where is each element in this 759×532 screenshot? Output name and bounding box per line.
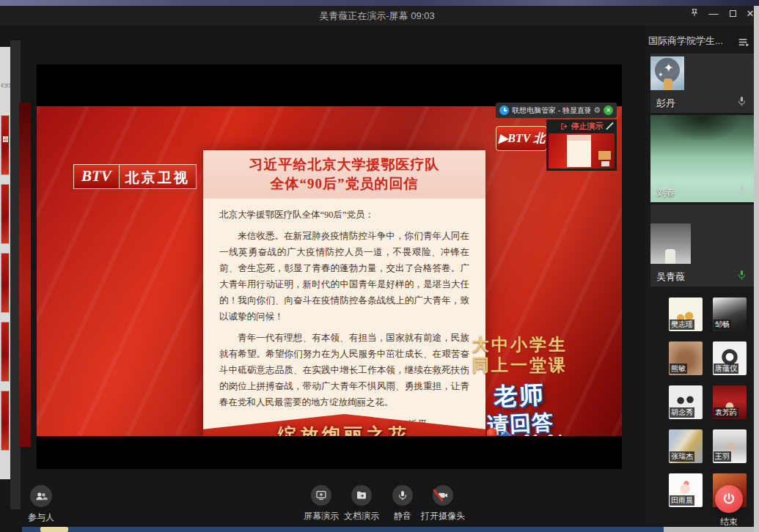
participant-name: 唐蕴仪: [714, 363, 738, 374]
end-meeting-button[interactable]: [715, 485, 743, 513]
maximize-icon: [730, 10, 736, 17]
participant-tile[interactable]: ✦ ✦ 彭丹: [650, 53, 754, 113]
participant-name-row: 刘春: [650, 185, 754, 202]
slide-thumbnail-text: 会: [3, 136, 8, 142]
presenter-preview-window: 停止演示: [546, 119, 617, 171]
slides-panel-sliver: 幻灯 会: [0, 47, 10, 479]
show-logo: 老师 请回答: [450, 376, 590, 436]
letter-salutation: 北京大学援鄂医疗队全体“90后”党员：: [219, 207, 469, 223]
sparkle-icon: ✦: [658, 71, 664, 78]
btv-abbr: BTV: [73, 164, 119, 189]
lenovo-manager-notification[interactable]: 联想电脑管家 - 独显直驱 ⚙ ✕: [496, 103, 617, 118]
letter-panel: 习近平给北京大学援鄂医疗队 全体“90后”党员的回信 北京大学援鄂医疗队全体“9…: [203, 150, 485, 436]
meeting-group-header[interactable]: 国际商学院学生...: [648, 34, 751, 49]
background-window-edge-top: [0, 0, 759, 6]
participant-tile[interactable]: 田雨晨: [669, 473, 703, 507]
mute-label: 静音: [382, 510, 423, 522]
participant-list-icon[interactable]: [738, 37, 749, 50]
participant-name: 张瑞杰: [670, 451, 694, 462]
background-window-edge-bottom-right: [664, 527, 754, 532]
slide-thumbnail: [1, 184, 10, 244]
mute-button[interactable]: 静音: [382, 485, 423, 522]
pin-icon[interactable]: [686, 7, 703, 21]
participant-tile[interactable]: 袁芳菂: [713, 385, 747, 419]
schedule-days: 周一周二: [456, 435, 497, 436]
presentation-stage: 幻灯 会 BTV 北京卫视 习近平给北京大学援鄂医疗队: [0, 26, 645, 532]
letter-title-block: 习近平给北京大学援鄂医疗队 全体“90后”党员的回信: [203, 150, 485, 199]
background-window-edge-right: [754, 6, 759, 532]
screen-share-icon: [311, 485, 331, 506]
background-window-edge-bottom: [22, 527, 664, 532]
participant-name: 刘春: [656, 186, 675, 199]
share-thumbnail-letter: [567, 135, 590, 167]
participant-tile[interactable]: 唐蕴仪: [713, 341, 747, 375]
camera-off-icon: [433, 485, 453, 506]
title-bar[interactable]: 吴青薇正在演示-屏幕 09:03: [0, 6, 754, 26]
participant-tile[interactable]: 王羽: [713, 429, 747, 463]
shared-screen-video: BTV 北京卫视 习近平给北京大学援鄂医疗队 全体“90后”党员的回信 北京大学…: [37, 64, 622, 469]
share-thumbnail-block: [598, 151, 610, 160]
camera-label: 打开摄像头: [419, 510, 466, 522]
participant-tile[interactable]: 樊志瑶: [669, 298, 703, 331]
slide-thumbnail: [1, 391, 10, 451]
participant-name: 邹畅: [714, 319, 731, 330]
meeting-group-name: 国际商学院学生...: [648, 34, 723, 48]
slide-thumbnail: [1, 253, 10, 313]
notification-close-icon[interactable]: ✕: [604, 106, 613, 115]
clock-icon: [499, 106, 509, 115]
participant-name-row: 彭丹: [650, 95, 754, 113]
screen-share-button[interactable]: 屏幕演示: [301, 485, 342, 522]
participant-tile[interactable]: 胡念秀: [669, 385, 703, 419]
doc-share-icon: [351, 485, 372, 506]
stop-presenting-button[interactable]: 停止演示: [546, 119, 617, 133]
participant-name: 王羽: [714, 451, 731, 462]
mic-icon[interactable]: [737, 96, 747, 110]
participants-icon: [30, 485, 52, 507]
participant-name-row: 吴青薇: [650, 269, 754, 287]
participant-name: 熊敏: [670, 363, 687, 374]
stop-presenting-label: 停止演示: [571, 121, 604, 132]
btv-mini-logo-text: ▶BTV 北: [499, 131, 545, 147]
mic-active-icon[interactable]: [737, 270, 747, 284]
screen-share-label: 屏幕演示: [301, 510, 342, 522]
participant-tile[interactable]: 张瑞杰: [669, 429, 703, 463]
avatar: ✦ ✦: [650, 56, 684, 90]
participant-tile[interactable]: 熊敏: [669, 341, 703, 375]
participants-button[interactable]: 参与人: [18, 485, 65, 524]
sparkle-icon: ✦: [664, 61, 673, 75]
participant-tile[interactable]: 吴青薇: [650, 204, 754, 287]
power-icon: [722, 492, 736, 506]
desktop-item-sliver: [40, 527, 68, 532]
share-thumbnail-block: [601, 161, 609, 166]
participant-name: 胡念秀: [670, 407, 694, 418]
promo-line1: 大中小学生: [452, 335, 588, 355]
presenting-title: 吴青薇正在演示-屏幕 09:03: [0, 10, 754, 23]
participant-name: 吴青薇: [656, 270, 685, 284]
stop-presenting-icon: [560, 122, 568, 130]
slides-panel-label: 幻灯: [1, 82, 10, 89]
diamond-shape: [496, 430, 516, 436]
participant-name: 樊志瑶: [670, 319, 694, 330]
promo-line2: 同上一堂课: [452, 355, 588, 376]
camera-button[interactable]: 打开摄像头: [419, 485, 466, 522]
avatar-figure: [665, 249, 675, 264]
minimize-button[interactable]: —: [705, 7, 722, 21]
desktop-behind-red-window: [19, 103, 31, 447]
participant-name: 彭丹: [656, 97, 675, 110]
doc-share-label: 文档演示: [341, 510, 382, 522]
avatar: [650, 223, 691, 264]
mic-icon[interactable]: [737, 185, 747, 199]
btv-mini-logo: ▶BTV 北: [496, 126, 547, 151]
participant-tile[interactable]: 邹畅: [713, 298, 747, 331]
participants-label: 参与人: [18, 511, 65, 524]
gear-icon[interactable]: ⚙: [593, 106, 601, 115]
slide-thumbnail: [1, 322, 10, 382]
participant-name: 袁芳菂: [714, 407, 738, 418]
mic-icon: [392, 485, 413, 506]
schedule-time: 21:24: [524, 433, 565, 436]
share-thumbnail: [549, 133, 615, 169]
doc-share-button[interactable]: 文档演示: [341, 485, 382, 522]
participant-name: 田雨晨: [670, 495, 694, 506]
maximize-button[interactable]: [725, 7, 741, 21]
participant-tile[interactable]: 刘春: [650, 115, 754, 202]
